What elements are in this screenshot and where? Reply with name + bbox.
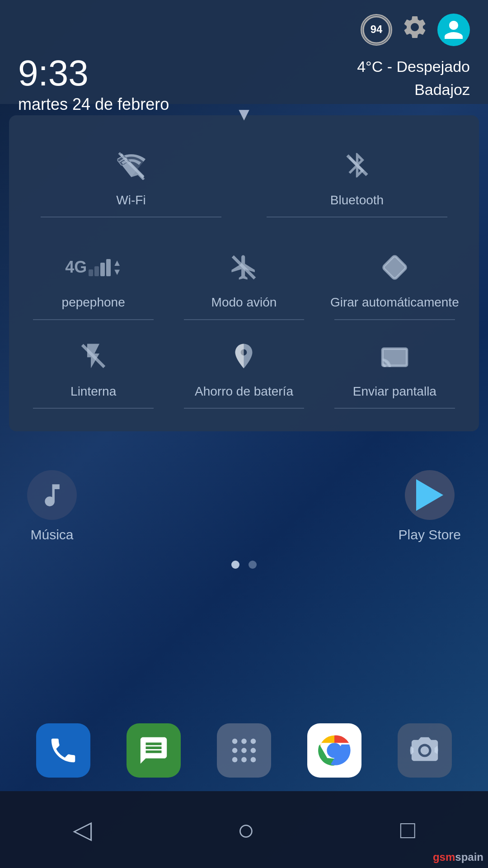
wifi-label: Wi-Fi [116, 192, 145, 208]
wifi-tile[interactable]: Wi-Fi [18, 133, 244, 217]
back-button[interactable]: ◁ [73, 815, 92, 844]
battery-label: Ahorro de batería [195, 383, 293, 400]
svg-point-14 [232, 757, 238, 763]
playstore-label: Play Store [399, 527, 461, 542]
cast-label: Enviar pantalla [353, 383, 436, 400]
home-button[interactable]: ○ [237, 813, 255, 847]
svg-point-18 [328, 745, 341, 757]
homescreen-apps: Música Play Store [0, 443, 488, 542]
rotate-tile[interactable]: Girar automáticamente [319, 236, 470, 320]
flashlight-icon [75, 338, 112, 374]
dock-phone[interactable] [36, 723, 90, 778]
svg-text:94: 94 [371, 23, 383, 35]
dropdown-arrow[interactable]: ▼ [235, 104, 253, 124]
airplane-label: Modo avión [211, 294, 277, 311]
status-bar: 94 9:33 martes 24 de febrero 4°C - Despe… [0, 0, 488, 104]
svg-point-8 [232, 739, 238, 744]
watermark: gsmspain [433, 851, 483, 863]
settings-icon[interactable] [401, 14, 428, 46]
page-dots [0, 561, 488, 569]
pepephone-label: pepephone [62, 294, 125, 311]
dock-messages[interactable] [127, 723, 181, 778]
time: 9:33 [18, 55, 169, 91]
svg-point-12 [241, 748, 247, 753]
weather-location: Badajoz [357, 78, 470, 101]
svg-point-15 [241, 757, 247, 763]
app-dock [0, 714, 488, 787]
weather-temp: 4°C - Despejado [357, 55, 470, 78]
dock-chrome[interactable] [307, 723, 361, 778]
page-dot-2[interactable] [249, 561, 257, 569]
svg-point-16 [251, 757, 256, 763]
svg-point-9 [241, 739, 247, 744]
flashlight-tile[interactable]: Linterna [18, 325, 169, 409]
page-dot-1[interactable] [231, 561, 239, 569]
svg-rect-5 [383, 255, 407, 280]
dock-camera[interactable] [398, 723, 452, 778]
bluetooth-label: Bluetooth [330, 192, 384, 208]
battery-icon [226, 338, 262, 374]
dock-launcher[interactable] [217, 723, 271, 778]
svg-point-10 [251, 739, 256, 744]
playstore-app[interactable]: Play Store [399, 470, 461, 542]
bluetooth-icon [339, 147, 375, 183]
airplane-icon [226, 249, 262, 285]
signal-icon: 4G ▲ ▼ [75, 249, 112, 285]
quick-settings-panel: Wi-Fi Bluetooth 4G [9, 115, 479, 431]
rotate-label: Girar automáticamente [330, 294, 459, 311]
cast-icon [376, 338, 413, 374]
cast-tile[interactable]: Enviar pantalla [319, 325, 470, 409]
rotate-icon [376, 249, 413, 285]
avatar[interactable] [437, 14, 470, 46]
weather-info: 4°C - Despejado Badajoz [357, 55, 470, 101]
music-label: Música [30, 527, 73, 542]
airplane-tile[interactable]: Modo avión [169, 236, 319, 320]
flashlight-label: Linterna [70, 383, 116, 400]
date: martes 24 de febrero [18, 95, 169, 114]
music-app[interactable]: Música [27, 470, 77, 542]
notification-badge: 94 [361, 14, 392, 46]
svg-point-11 [232, 748, 238, 753]
nav-bar: ◁ ○ □ [0, 791, 488, 868]
svg-point-13 [251, 748, 256, 753]
pepephone-tile[interactable]: 4G ▲ ▼ pepephone [18, 236, 169, 320]
recents-button[interactable]: □ [400, 815, 415, 844]
bluetooth-tile[interactable]: Bluetooth [244, 133, 470, 217]
wifi-icon [113, 147, 149, 183]
playstore-icon [405, 470, 455, 520]
battery-saver-tile[interactable]: Ahorro de batería [169, 325, 319, 409]
music-icon [27, 470, 77, 520]
